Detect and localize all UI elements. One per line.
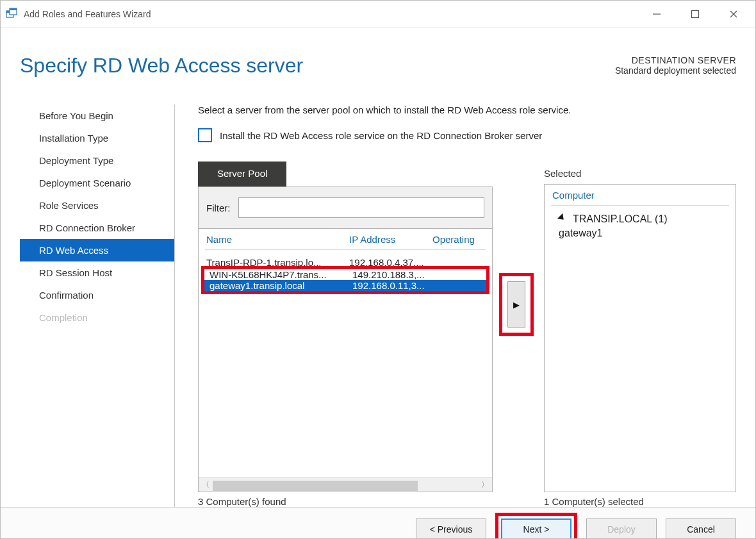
selected-tree: TRANSIP.LOCAL (1) gateway1 (545, 206, 735, 247)
wizard-steps: Before You Begin Installation Type Deplo… (20, 104, 175, 507)
table-row[interactable]: TransIP-RDP-1.transip.lo... 192.168.0.4,… (199, 256, 492, 269)
close-button[interactable] (714, 1, 753, 27)
tree-group-label: TRANSIP.LOCAL (1) (573, 213, 668, 225)
selected-title: Selected (544, 162, 736, 184)
instruction-text: Select a server from the server pool on … (198, 104, 736, 115)
scroll-left-icon[interactable]: 〈 (199, 479, 213, 490)
filter-input[interactable] (238, 197, 485, 218)
scroll-right-icon[interactable]: 〉 (478, 479, 492, 490)
col-os[interactable]: Operating (432, 234, 477, 245)
scroll-thumb[interactable] (213, 481, 418, 491)
svg-rect-3 (10, 8, 17, 10)
destination-server: DESTINATION SERVER Standard deployment s… (615, 54, 736, 76)
wizard-header: Specify RD Web Access server DESTINATION… (1, 28, 755, 110)
col-name[interactable]: Name (206, 234, 349, 245)
chevron-right-icon: ▶ (513, 300, 520, 310)
pool-status: 3 Computer(s) found (198, 492, 493, 507)
selected-panel: Selected Computer TRANSIP.LOCAL (1) gate… (544, 162, 736, 507)
filter-bar: Filter: (198, 187, 493, 229)
tree-group[interactable]: TRANSIP.LOCAL (1) (552, 213, 728, 225)
server-pool-tab[interactable]: Server Pool (198, 162, 286, 187)
selected-box: Computer TRANSIP.LOCAL (1) gateway1 (544, 184, 736, 492)
step-completion: Completion (20, 306, 174, 329)
destination-label: DESTINATION SERVER (615, 55, 736, 65)
selected-header[interactable]: Computer (545, 185, 735, 206)
table-row-selected[interactable]: gateway1.transip.local 192.168.0.11,3... (204, 280, 486, 291)
step-role-services[interactable]: Role Services (20, 194, 174, 217)
step-rd-connection-broker[interactable]: RD Connection Broker (20, 217, 174, 239)
grid-header: Name IP Address Operating (199, 229, 492, 250)
filter-label: Filter: (206, 203, 231, 213)
tree-item[interactable]: gateway1 (552, 225, 728, 239)
svg-rect-5 (692, 11, 699, 18)
install-on-broker-row[interactable]: Install the RD Web Access role service o… (198, 128, 736, 142)
window-title: Add Roles and Features Wizard (24, 9, 151, 19)
step-deployment-type[interactable]: Deployment Type (20, 149, 174, 172)
caret-down-icon (557, 213, 569, 225)
move-button-highlight: ▶ (499, 273, 534, 336)
step-rd-session-host[interactable]: RD Session Host (20, 261, 174, 284)
next-button[interactable]: Next > (501, 518, 571, 539)
step-installation-type[interactable]: Installation Type (20, 127, 174, 149)
selected-status: 1 Computer(s) selected (544, 492, 736, 507)
step-deployment-scenario[interactable]: Deployment Scenario (20, 172, 174, 194)
grid-body: TransIP-RDP-1.transip.lo... 192.168.0.4,… (199, 250, 492, 477)
cancel-button[interactable]: Cancel (666, 518, 736, 539)
destination-value: Standard deployment selected (615, 65, 736, 76)
page-title: Specify RD Web Access server (20, 54, 303, 78)
app-icon (6, 8, 19, 19)
row-highlight: WIN-K5L68HKJ4P7.trans... 149.210.188.3,.… (201, 266, 489, 294)
install-on-broker-label: Install the RD Web Access role service o… (220, 130, 542, 141)
next-button-highlight: Next > (495, 513, 577, 539)
step-confirmation[interactable]: Confirmation (20, 284, 174, 306)
step-before-you-begin[interactable]: Before You Begin (20, 104, 174, 127)
grid-hscrollbar[interactable]: 〈 〉 (199, 477, 492, 492)
deploy-button: Deploy (586, 518, 657, 539)
install-on-broker-checkbox[interactable] (198, 128, 212, 142)
title-bar: Add Roles and Features Wizard (1, 1, 755, 28)
col-ip[interactable]: IP Address (349, 234, 432, 245)
previous-button[interactable]: < Previous (416, 518, 486, 539)
server-pool-panel: Server Pool Filter: Name IP Address Oper… (198, 162, 493, 507)
table-row[interactable]: WIN-K5L68HKJ4P7.trans... 149.210.188.3,.… (204, 269, 486, 280)
maximize-button[interactable] (676, 1, 714, 27)
step-rd-web-access[interactable]: RD Web Access (20, 239, 174, 261)
pool-tabstrip: Server Pool (198, 162, 493, 187)
server-pool-grid: Name IP Address Operating TransIP-RDP-1.… (198, 229, 493, 492)
wizard-footer: < Previous Next > Deploy Cancel (1, 507, 755, 539)
add-server-button[interactable]: ▶ (507, 281, 525, 328)
minimize-button[interactable] (637, 1, 676, 27)
